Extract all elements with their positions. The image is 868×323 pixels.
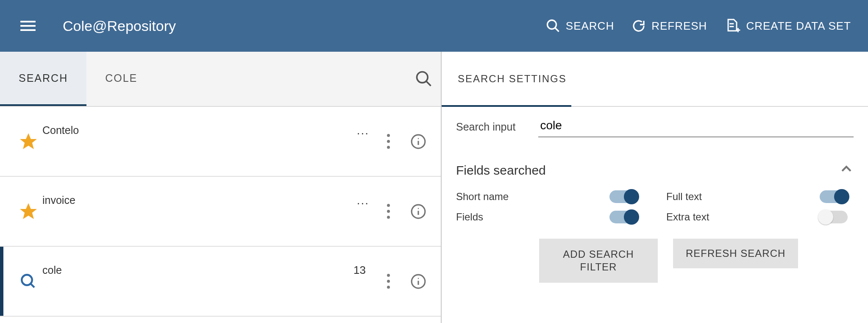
refresh-action[interactable]: REFRESH	[631, 18, 707, 33]
results-list: Contelo ...	[0, 107, 441, 323]
tabs: SEARCH COLE	[0, 52, 441, 107]
tab-cole-label: COLE	[105, 72, 137, 84]
extra-text-label: Extra text	[666, 211, 797, 223]
svg-point-11	[418, 138, 419, 139]
create-dataset-action[interactable]: CREATE DATA SET	[724, 17, 851, 34]
svg-marker-12	[21, 204, 36, 218]
result-row[interactable]: Contelo ...	[0, 107, 441, 177]
row-menu-icon[interactable]	[384, 271, 392, 291]
result-title: Contelo	[42, 124, 79, 136]
add-search-filter-button[interactable]: ADD SEARCH FILTER	[539, 239, 658, 283]
full-text-toggle[interactable]	[820, 190, 848, 203]
svg-marker-8	[21, 134, 36, 148]
refresh-icon	[631, 18, 646, 33]
svg-point-6	[417, 72, 428, 83]
menu-icon[interactable]	[20, 18, 36, 33]
row-menu-icon[interactable]	[384, 131, 392, 151]
result-row[interactable]: invoice ...	[0, 177, 441, 247]
settings-panel: SEARCH SETTINGS Search input Fields sear…	[442, 52, 868, 323]
tab-search[interactable]: SEARCH	[0, 52, 86, 106]
fields-label: Fields	[456, 211, 587, 223]
refresh-search-button[interactable]: REFRESH SEARCH	[673, 239, 798, 268]
appbar: Cole@Repository SEARCH REFRESH	[0, 0, 868, 52]
search-icon	[545, 18, 561, 33]
star-icon	[19, 133, 37, 150]
tab-cole[interactable]: COLE	[86, 52, 156, 106]
app-title: Cole@Repository	[63, 18, 176, 34]
result-row[interactable]: cole 13	[0, 247, 441, 317]
row-menu-icon[interactable]	[384, 201, 392, 221]
svg-line-17	[31, 284, 34, 287]
short-name-label: Short name	[456, 191, 587, 203]
result-count: 13	[353, 264, 366, 277]
settings-title-text: SEARCH SETTINGS	[458, 73, 567, 85]
create-dataset-icon	[724, 17, 741, 34]
left-panel: SEARCH COLE	[0, 52, 442, 323]
fields-toggle[interactable]	[609, 211, 637, 223]
svg-point-16	[22, 275, 32, 285]
svg-line-1	[555, 28, 559, 32]
svg-line-7	[426, 81, 431, 86]
fields-searched-label: Fields searched	[456, 163, 546, 178]
result-title: cole	[42, 264, 62, 276]
search-input-label: Search input	[456, 121, 515, 137]
star-icon	[19, 203, 37, 220]
info-icon[interactable]	[410, 203, 426, 220]
search-input[interactable]	[538, 116, 854, 137]
info-icon[interactable]	[410, 134, 426, 150]
settings-title: SEARCH SETTINGS	[442, 52, 868, 107]
extra-text-toggle[interactable]	[820, 211, 848, 223]
svg-point-15	[418, 208, 419, 209]
svg-point-20	[418, 278, 419, 279]
result-title: invoice	[42, 194, 75, 206]
search-action-label: SEARCH	[566, 19, 614, 33]
create-dataset-label: CREATE DATA SET	[746, 19, 851, 33]
search-action[interactable]: SEARCH	[545, 18, 614, 33]
short-name-toggle[interactable]	[609, 190, 637, 203]
refresh-action-label: REFRESH	[651, 19, 707, 33]
appbar-actions: SEARCH REFRESH CREATE DATA SET	[545, 17, 851, 34]
ellipsis-icon[interactable]: ...	[357, 124, 369, 137]
search-icon	[415, 70, 433, 88]
svg-point-0	[547, 20, 556, 29]
tab-search-icon-button[interactable]	[407, 52, 441, 106]
ellipsis-icon[interactable]: ...	[357, 194, 369, 207]
collapse-icon[interactable]	[839, 162, 854, 178]
full-text-label: Full text	[666, 191, 797, 203]
search-icon	[19, 273, 37, 290]
tab-search-label: SEARCH	[19, 72, 68, 84]
info-icon[interactable]	[410, 273, 426, 290]
